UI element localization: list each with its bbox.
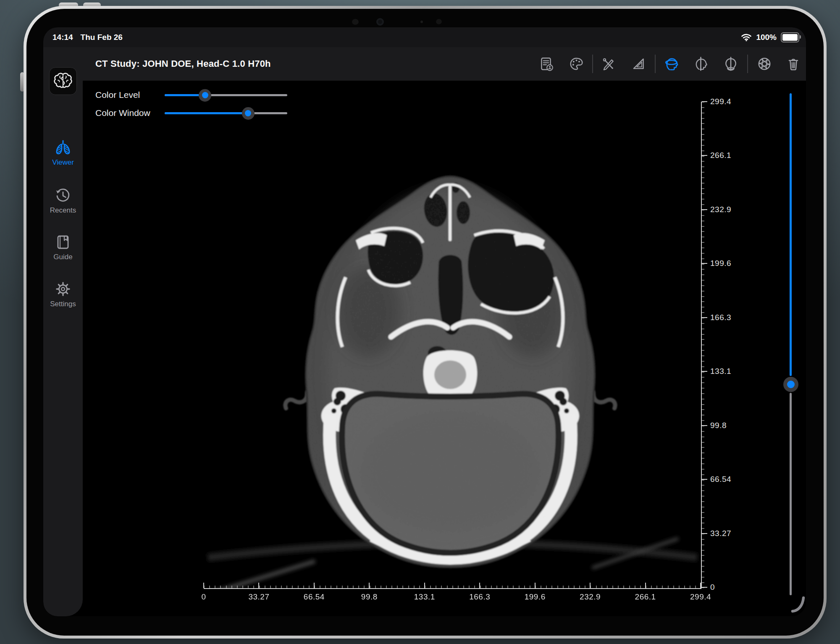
screen: 14:14 Thu Feb 26 100% xyxy=(43,27,806,616)
battery-icon xyxy=(781,32,799,42)
coronal-view-icon xyxy=(723,56,738,71)
color-window-label: Color Window xyxy=(95,108,150,118)
y-axis-minor-ticks xyxy=(702,102,704,588)
patient-report-icon xyxy=(538,56,554,71)
front-camera-icon xyxy=(376,18,384,26)
status-right: 100% xyxy=(741,27,799,47)
camera-sensor-icon xyxy=(352,19,359,25)
clock-date: Thu Feb 26 xyxy=(81,33,123,42)
status-bar: 14:14 Thu Feb 26 100% xyxy=(43,27,806,47)
slice-slider-thumb[interactable] xyxy=(783,377,798,392)
aperture-icon xyxy=(757,56,772,71)
capture-button[interactable] xyxy=(755,55,774,73)
mic-dot-icon xyxy=(420,21,423,23)
clock-time: 14:14 xyxy=(52,33,73,42)
color-level-thumb[interactable] xyxy=(199,89,211,102)
color-level-label: Color Level xyxy=(95,90,140,100)
toolbar-separator xyxy=(747,55,748,73)
palette-button[interactable] xyxy=(567,55,585,73)
set-square-icon xyxy=(631,56,646,71)
sidebar-label-viewer: Viewer xyxy=(43,158,83,167)
ct-image[interactable] xyxy=(204,102,701,588)
x-axis-line xyxy=(204,588,701,589)
axial-view-icon xyxy=(664,56,679,71)
toolbar-separator xyxy=(655,55,656,73)
slice-slider-track-upper[interactable] xyxy=(790,93,792,376)
brain-icon xyxy=(52,70,74,92)
brain-logo[interactable] xyxy=(49,67,77,95)
toolbar: CT Study: JOHN DOE, Head-C 1.0 H70h xyxy=(43,47,806,81)
ipad-device-frame: 14:14 Thu Feb 26 100% xyxy=(24,6,827,639)
pencil-scissors-icon xyxy=(601,56,616,71)
sidebar-label-settings: Settings xyxy=(43,300,83,308)
corner-arc-icon xyxy=(790,595,806,614)
patient-report-button[interactable] xyxy=(537,55,555,73)
slice-slider-track-lower[interactable] xyxy=(790,393,792,595)
history-clock-icon xyxy=(54,187,72,204)
sidebar-item-viewer[interactable]: Viewer xyxy=(43,139,83,167)
camera-sensor2-icon xyxy=(436,19,442,24)
x-axis-minor-ticks xyxy=(204,586,701,588)
closed-book-icon xyxy=(54,233,72,251)
palette-icon xyxy=(569,56,584,71)
sidebar-item-settings[interactable]: Settings xyxy=(43,280,83,308)
sidebar-label-recents: Recents xyxy=(43,206,83,215)
sidebar-item-guide[interactable]: Guide xyxy=(43,233,83,261)
edit-tools-button[interactable] xyxy=(599,55,618,73)
sidebar-label-guide: Guide xyxy=(43,253,83,261)
ipad-scene: 14:14 Thu Feb 26 100% xyxy=(0,0,840,644)
ipad-bezel: 14:14 Thu Feb 26 100% xyxy=(26,9,824,636)
coronal-view-button[interactable] xyxy=(722,55,740,73)
color-level-slider[interactable] xyxy=(165,94,287,96)
battery-percent: 100% xyxy=(756,33,777,42)
lungs-icon xyxy=(54,139,72,156)
trash-icon xyxy=(786,56,801,71)
wifi-icon xyxy=(741,33,752,42)
status-left: 14:14 Thu Feb 26 xyxy=(52,27,123,47)
sagittal-view-button[interactable] xyxy=(692,55,710,73)
gear-icon xyxy=(54,280,72,298)
axial-view-button[interactable] xyxy=(662,55,681,73)
sidebar-item-recents[interactable]: Recents xyxy=(43,187,83,215)
sidebar: Viewer Recents xyxy=(43,47,83,616)
toolbar-separator xyxy=(592,55,593,73)
sagittal-view-icon xyxy=(693,56,709,71)
measure-button[interactable] xyxy=(629,55,648,73)
delete-button[interactable] xyxy=(784,55,803,73)
study-title: CT Study: JOHN DOE, Head-C 1.0 H70h xyxy=(95,47,271,81)
